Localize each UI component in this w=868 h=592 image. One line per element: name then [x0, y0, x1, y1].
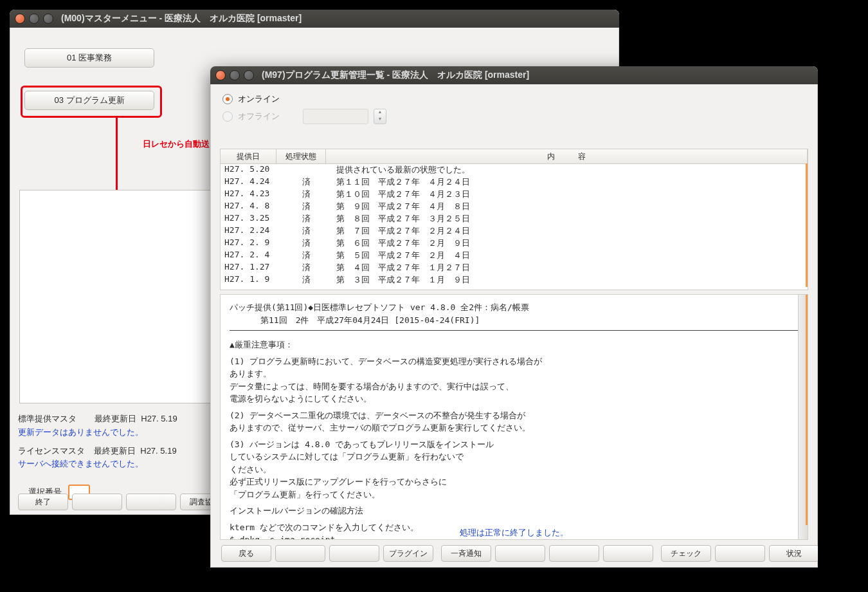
m00-titlebar[interactable]: (M00)マスターメニュー - 医療法人 オルカ医院 [ormaster]	[10, 10, 619, 28]
update-table: 提供日 処理状態 内 容 H27. 5.20提供されている最新の状態でした。H2…	[220, 149, 808, 290]
detail-sub: 第11回 2件 平成27年04月24日 [2015-04-24(FRI)]	[230, 314, 799, 327]
blank-button-1[interactable]	[72, 494, 122, 510]
highlight-frame	[21, 86, 162, 118]
table-row[interactable]: H27. 4.23済第１０回 平成２７年 ４月２３日	[221, 189, 808, 201]
blank-b2[interactable]	[329, 545, 379, 562]
online-radio[interactable]	[222, 94, 233, 104]
menu-01-button[interactable]: 01 医事業務	[24, 48, 154, 68]
lic-master-status: サーバへ接続できませんでした。	[18, 458, 177, 471]
lic-master-row: ライセンスマスタ 最終更新日 H27. 5.19	[18, 445, 177, 458]
close-icon[interactable]	[215, 70, 226, 80]
table-row[interactable]: H27. 1. 9済第 ３回 平成２７年 １月 ９日	[221, 274, 808, 286]
blank-button-2[interactable]	[126, 494, 176, 510]
check-button[interactable]: チェック	[661, 545, 711, 562]
blank-b6[interactable]	[715, 545, 765, 562]
minimize-icon[interactable]	[29, 14, 39, 24]
blank-b3[interactable]	[495, 545, 545, 562]
recept-note: 日レセから自動送	[143, 138, 210, 150]
online-label: オンライン	[238, 93, 280, 105]
m00-title: (M00)マスターメニュー - 医療法人 オルカ医院 [ormaster]	[61, 13, 302, 24]
status-button[interactable]: 状況	[769, 545, 818, 562]
exit-button[interactable]: 終了	[18, 494, 68, 510]
scrollbar-thumb[interactable]	[806, 163, 808, 287]
table-row[interactable]: H27. 1.27済第 ４回 平成２７年 １月２７日	[221, 262, 808, 274]
col-date[interactable]: 提供日	[221, 149, 276, 163]
offline-label: オフライン	[238, 111, 280, 122]
col-content[interactable]: 内 容	[326, 149, 808, 163]
close-icon[interactable]	[15, 14, 25, 24]
table-row[interactable]: H27. 4. 8済第 ９回 平成２７年 ４月 ８日	[221, 201, 808, 213]
std-master-status: 更新データはありませんでした。	[18, 426, 177, 439]
col-status[interactable]: 処理状態	[276, 149, 326, 163]
maximize-icon[interactable]	[43, 14, 53, 24]
detail-title: パッチ提供(第11回)◆日医標準レセプトソフト ver 4.8.0 全2件：病名…	[230, 301, 799, 314]
table-row[interactable]: H27. 5.20提供されている最新の状態でした。	[221, 164, 808, 176]
maximize-icon[interactable]	[244, 70, 254, 80]
table-row[interactable]: H27. 4.24済第１１回 平成２７年 ４月２４日	[221, 176, 808, 189]
table-row[interactable]: H27. 2. 9済第 ６回 平成２７年 ２月 ９日	[221, 237, 808, 250]
plugin-button[interactable]: プラグイン	[383, 545, 433, 562]
blank-b5[interactable]	[603, 545, 653, 562]
detail-scroll-thumb[interactable]	[806, 295, 808, 525]
warn-head: ▲厳重注意事項：	[230, 338, 799, 351]
table-row[interactable]: H27. 3.25済第 ８回 平成２７年 ３月２５日	[221, 213, 808, 225]
offline-input[interactable]	[303, 109, 368, 124]
std-master-row: 標準提供マスタ 最終更新日 H27. 5.19	[18, 412, 177, 426]
blank-b4[interactable]	[549, 545, 599, 562]
detail-panel: パッチ提供(第11回)◆日医標準レセプトソフト ver 4.8.0 全2件：病名…	[220, 294, 808, 540]
table-row[interactable]: H27. 2.24済第 ７回 平成２７年 ２月２４日	[221, 225, 808, 237]
back-button[interactable]: 戻る	[221, 545, 271, 562]
offline-stepper[interactable]: ▲▼	[374, 109, 386, 124]
menu-01-label: 01 医事業務	[67, 52, 112, 64]
status-message: 処理は正常に終了しました。	[211, 527, 817, 539]
table-row[interactable]: H27. 2. 4済第 ５回 平成２７年 ２月 ４日	[221, 250, 808, 262]
m97-title: (M97)プログラム更新管理一覧 - 医療法人 オルカ医院 [ormaster]	[262, 69, 529, 81]
offline-radio[interactable]	[222, 111, 233, 122]
info-panel	[19, 190, 213, 403]
m97-titlebar[interactable]: (M97)プログラム更新管理一覧 - 医療法人 オルカ医院 [ormaster]	[210, 66, 818, 84]
blank-b1[interactable]	[275, 545, 325, 562]
minimize-icon[interactable]	[230, 70, 240, 80]
notify-button[interactable]: 一斉通知	[441, 545, 491, 562]
